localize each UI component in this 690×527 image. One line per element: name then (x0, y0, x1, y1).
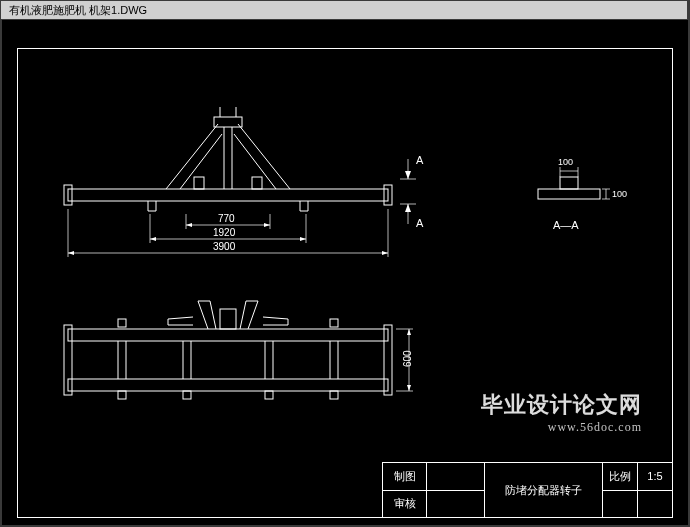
svg-rect-61 (118, 391, 126, 399)
file-title-bar: 有机液肥施肥机 机架1.DWG (1, 1, 687, 19)
svg-marker-24 (264, 223, 270, 227)
svg-marker-33 (68, 251, 74, 255)
title-block: 制图 审核 防堵分配器转子 比例 1:5 (382, 462, 672, 517)
svg-marker-36 (405, 171, 411, 179)
tb-scale-label: 比例 (603, 463, 637, 491)
svg-rect-18 (194, 177, 204, 189)
tb-empty2 (638, 491, 672, 518)
tb-empty1 (603, 491, 637, 518)
watermark-line2: www.56doc.com (481, 420, 642, 435)
watermark-line1: 毕业设计论文网 (481, 390, 642, 420)
svg-line-70 (248, 301, 258, 329)
drawing-border: 770 1920 3900 A (17, 48, 673, 518)
svg-line-9 (166, 124, 218, 189)
tb-scale-value: 1:5 (638, 463, 672, 491)
svg-rect-50 (68, 379, 388, 391)
svg-marker-39 (405, 204, 411, 212)
svg-line-77 (263, 317, 288, 319)
svg-line-69 (240, 301, 246, 329)
svg-line-68 (210, 301, 216, 329)
front-elevation: 770 1920 3900 A (64, 107, 424, 257)
svg-rect-13 (214, 117, 242, 127)
dim-770: 770 (218, 213, 235, 224)
svg-marker-28 (150, 237, 156, 241)
svg-line-11 (180, 134, 222, 189)
svg-rect-63 (265, 391, 273, 399)
tb-drawing-title: 防堵分配器转子 (485, 463, 602, 517)
svg-rect-19 (252, 177, 262, 189)
svg-line-10 (238, 124, 290, 189)
svg-rect-0 (68, 189, 388, 201)
dim-small-top: 100 (558, 157, 573, 167)
dim-3900: 3900 (213, 241, 236, 252)
svg-rect-41 (538, 189, 600, 199)
svg-line-12 (234, 134, 276, 189)
svg-marker-84 (407, 385, 411, 391)
tb-row1-label: 制图 (383, 463, 426, 491)
svg-marker-83 (407, 329, 411, 335)
file-title-text: 有机液肥施肥机 机架1.DWG (9, 3, 147, 18)
svg-marker-34 (382, 251, 388, 255)
dim-600: 600 (402, 350, 413, 367)
svg-rect-42 (560, 177, 578, 189)
svg-rect-65 (118, 319, 126, 327)
svg-rect-66 (330, 319, 338, 327)
svg-marker-29 (300, 237, 306, 241)
dim-1920: 1920 (213, 227, 236, 238)
section-a-a: 100 100 A—A (538, 157, 627, 231)
dim-small-side: 100 (612, 189, 627, 199)
svg-line-67 (198, 301, 208, 329)
section-mark-a-top: A (416, 154, 424, 166)
svg-rect-73 (220, 309, 236, 329)
svg-rect-62 (183, 391, 191, 399)
plan-view: 600 (64, 301, 413, 399)
section-mark-a-bottom: A (416, 217, 424, 229)
section-label: A—A (553, 219, 579, 231)
svg-rect-64 (330, 391, 338, 399)
tb-row1-value (427, 463, 484, 491)
svg-line-74 (168, 317, 193, 319)
svg-marker-23 (186, 223, 192, 227)
drawing-svg: 770 1920 3900 A (18, 49, 674, 519)
cad-canvas: 770 1920 3900 A (2, 20, 688, 525)
svg-rect-49 (68, 329, 388, 341)
tb-row2-value (427, 491, 484, 518)
watermark: 毕业设计论文网 www.56doc.com (481, 390, 642, 435)
tb-row2-label: 审核 (383, 491, 426, 518)
